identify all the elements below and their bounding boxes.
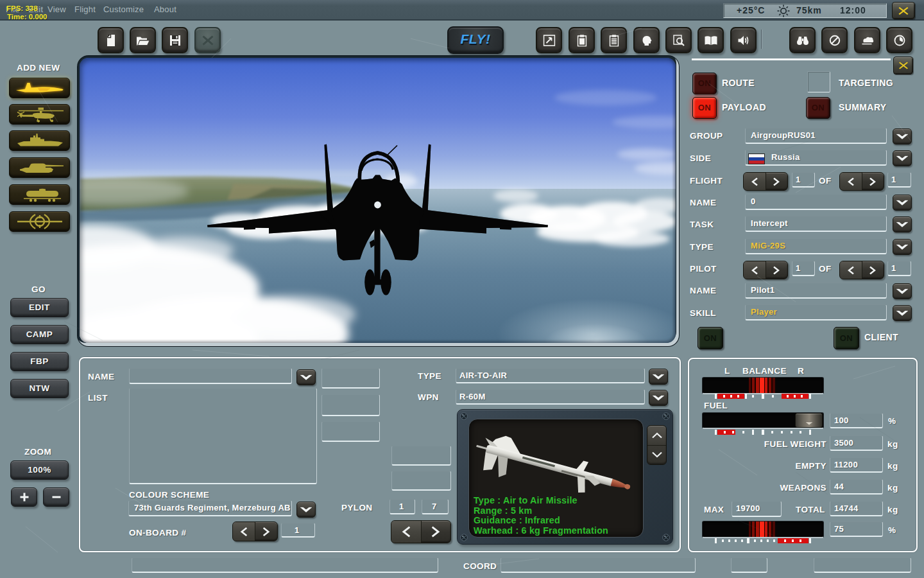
add-vehicle-button[interactable] bbox=[9, 157, 70, 178]
pilot-total-prev-next[interactable] bbox=[839, 261, 884, 279]
aux-field-2[interactable] bbox=[814, 557, 911, 573]
zoom-out-button[interactable] bbox=[43, 487, 69, 507]
total-field[interactable]: 14744 bbox=[830, 501, 883, 516]
flight-total-next-button[interactable] bbox=[862, 173, 884, 190]
scheme-name-dropdown-button[interactable] bbox=[296, 369, 316, 385]
sound-button[interactable] bbox=[730, 27, 757, 53]
type-dropdown-button[interactable] bbox=[893, 239, 912, 255]
go-camp-button[interactable]: CAMP bbox=[10, 325, 69, 344]
menu-about[interactable]: About bbox=[154, 4, 176, 14]
skill-dropdown-button[interactable] bbox=[893, 305, 912, 321]
search-button[interactable] bbox=[665, 27, 692, 53]
weapon-wpn-dropdown-button[interactable] bbox=[649, 390, 668, 406]
model-viewport[interactable] bbox=[80, 58, 676, 343]
route-toggle[interactable]: ON bbox=[692, 73, 717, 94]
pilots-log-button[interactable] bbox=[633, 27, 660, 53]
pilot-number-field[interactable]: 1 bbox=[792, 261, 815, 276]
weapon-type-dropdown-button[interactable] bbox=[649, 369, 668, 385]
mission-goals-button[interactable] bbox=[569, 27, 595, 53]
pylon-next-button[interactable] bbox=[422, 521, 451, 543]
client-toggle[interactable]: ON bbox=[834, 327, 859, 349]
fly-button[interactable]: FLY! bbox=[447, 26, 504, 54]
go-edit-button[interactable]: EDIT bbox=[10, 298, 69, 317]
task-dropdown-button[interactable] bbox=[893, 216, 912, 232]
add-target-button[interactable] bbox=[9, 211, 70, 232]
flight-prev-next[interactable] bbox=[743, 172, 788, 191]
weapon-wpn-field[interactable]: R-60M bbox=[456, 389, 645, 405]
zoom-in-button[interactable] bbox=[11, 487, 37, 507]
add-train-button[interactable] bbox=[9, 184, 70, 205]
flight-total-prev-next[interactable] bbox=[839, 172, 884, 191]
type-field[interactable]: MiG-29S bbox=[745, 238, 887, 254]
unit-on-toggle[interactable]: ON bbox=[697, 327, 723, 349]
flight-total-field[interactable]: 1 bbox=[887, 172, 911, 188]
encyclopedia-button[interactable] bbox=[697, 27, 724, 53]
colour-scheme-dropdown-button[interactable] bbox=[296, 502, 316, 518]
briefing-button[interactable] bbox=[536, 27, 562, 53]
balance-slider[interactable] bbox=[702, 377, 824, 394]
pilot-name-field[interactable]: Pilot1 bbox=[745, 283, 887, 299]
fuel-slider[interactable] bbox=[702, 412, 824, 429]
panel-close-button[interactable] bbox=[893, 57, 913, 74]
restrictions-button[interactable] bbox=[821, 27, 848, 53]
pilot-next-button[interactable] bbox=[766, 261, 788, 279]
pylon-prev-next[interactable] bbox=[391, 520, 451, 543]
view-options-button[interactable] bbox=[789, 27, 816, 53]
total-weight-slider[interactable] bbox=[702, 521, 824, 538]
fuel-weight-field[interactable]: 3500 bbox=[830, 435, 883, 451]
weapon-scroll-up-button[interactable] bbox=[647, 426, 666, 446]
summary-toggle[interactable]: ON bbox=[806, 97, 830, 119]
task-field[interactable]: Intercept bbox=[745, 216, 887, 232]
scheme-name-field[interactable] bbox=[129, 368, 292, 384]
go-fbp-button[interactable]: FBP bbox=[10, 352, 69, 371]
fuel-slider-handle[interactable] bbox=[795, 413, 823, 428]
skill-field[interactable]: Player bbox=[745, 304, 887, 320]
status-field[interactable] bbox=[132, 557, 438, 573]
payload-toggle[interactable]: ON bbox=[692, 97, 717, 119]
empty-field[interactable]: 11200 bbox=[830, 457, 883, 473]
pilot-name-dropdown-button[interactable] bbox=[893, 283, 912, 299]
name-field[interactable]: 0 bbox=[745, 194, 887, 210]
flight-next-button[interactable] bbox=[766, 173, 788, 190]
pilot-prev-next[interactable] bbox=[743, 261, 788, 279]
pylon-total-field[interactable]: 7 bbox=[422, 499, 449, 514]
side-field[interactable]: Russia bbox=[745, 150, 887, 166]
onboard-prev-button[interactable] bbox=[233, 522, 255, 541]
go-ntw-button[interactable]: NTW bbox=[10, 379, 69, 398]
zoom-value-button[interactable]: 100% bbox=[10, 460, 69, 480]
window-close-button[interactable] bbox=[892, 2, 915, 19]
fuel-percent-field[interactable]: 100 bbox=[830, 413, 883, 428]
targeting-toggle[interactable] bbox=[807, 71, 830, 92]
mission-list-button[interactable] bbox=[601, 27, 627, 53]
name-dropdown-button[interactable] bbox=[893, 195, 912, 211]
time-settings-button[interactable] bbox=[886, 27, 912, 53]
pilot-total-field[interactable]: 1 bbox=[887, 261, 911, 276]
group-field[interactable]: AirgroupRUS01 bbox=[745, 128, 887, 144]
flight-prev-button[interactable] bbox=[744, 173, 766, 190]
pilot-prev-button[interactable] bbox=[744, 261, 766, 279]
flight-total-prev-button[interactable] bbox=[840, 173, 862, 190]
max-field[interactable]: 19700 bbox=[732, 501, 782, 517]
pilot-total-prev-button[interactable] bbox=[840, 261, 862, 279]
payload-list-box[interactable] bbox=[129, 388, 317, 484]
weapon-type-field[interactable]: AIR-TO-AIR bbox=[456, 368, 645, 383]
pilot-total-next-button[interactable] bbox=[862, 261, 884, 279]
menu-customize[interactable]: Customize bbox=[103, 4, 144, 14]
add-helicopter-button[interactable] bbox=[9, 104, 70, 125]
coord-field[interactable] bbox=[501, 557, 696, 573]
pylon-current-field[interactable]: 1 bbox=[389, 499, 415, 514]
add-ship-button[interactable] bbox=[9, 130, 70, 151]
pylon-prev-button[interactable] bbox=[391, 521, 422, 543]
menu-view[interactable]: View bbox=[47, 4, 66, 14]
new-mission-button[interactable] bbox=[98, 27, 124, 53]
weapons-field[interactable]: 44 bbox=[830, 479, 883, 495]
onboard-number-field[interactable]: 1 bbox=[281, 523, 315, 538]
side-dropdown-button[interactable] bbox=[893, 150, 912, 166]
menu-flight[interactable]: Flight bbox=[74, 4, 96, 14]
weather-button[interactable] bbox=[854, 27, 880, 53]
onboard-prev-next[interactable] bbox=[232, 521, 278, 541]
open-mission-button[interactable] bbox=[130, 27, 156, 53]
aux-field-1[interactable] bbox=[731, 557, 767, 573]
weapon-scroll-down-button[interactable] bbox=[647, 446, 666, 464]
save-mission-button[interactable] bbox=[162, 27, 188, 53]
